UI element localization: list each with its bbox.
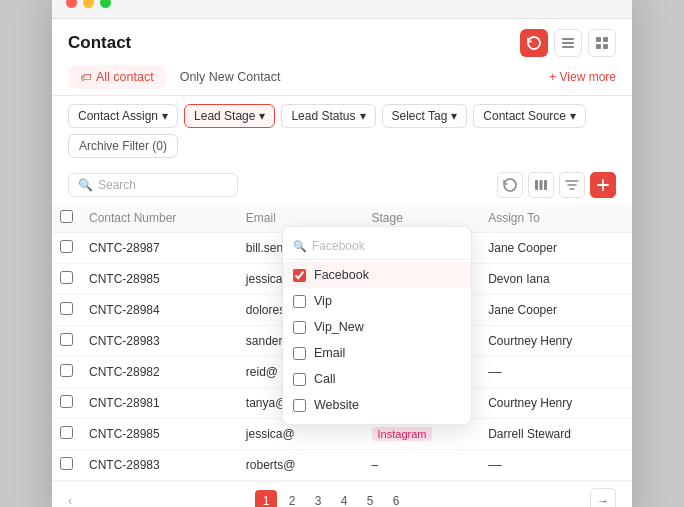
contact-assign: Darrell Steward [480, 419, 632, 450]
refresh-button[interactable] [520, 29, 548, 57]
dropdown-label: Facebook [314, 268, 369, 282]
svg-rect-8 [540, 180, 543, 190]
tabs-bar: 🏷 All contact Only New Contact + View mo… [52, 65, 632, 96]
row-checkbox[interactable] [60, 333, 73, 346]
pagination-bar: ‹ 1 2 3 4 5 6 → [52, 481, 632, 507]
close-dot[interactable] [66, 0, 77, 8]
row-checkbox[interactable] [60, 426, 73, 439]
contact-assign: –– [480, 450, 632, 481]
table-row: CNTC-28983 roberts@ – –– [52, 450, 632, 481]
select-tag-filter[interactable]: Select Tag ▾ [382, 104, 468, 128]
chevron-down-icon: ▾ [162, 109, 168, 123]
row-checkbox[interactable] [60, 457, 73, 470]
dropdown-search-box[interactable]: 🔍 Facebook [283, 233, 471, 260]
dropdown-item-website[interactable]: Website [283, 392, 471, 418]
dropdown-item-call[interactable]: Call [283, 366, 471, 392]
dropdown-checkbox-call[interactable] [293, 373, 306, 386]
svg-rect-3 [596, 37, 601, 42]
filter-icon-button[interactable] [559, 172, 585, 198]
row-checkbox[interactable] [60, 240, 73, 253]
row-checkbox[interactable] [60, 395, 73, 408]
table-area: 🔍 Search [52, 166, 632, 481]
main-window: Contact [52, 0, 632, 507]
chevron-down-icon: ▾ [570, 109, 576, 123]
page-5[interactable]: 5 [359, 490, 381, 507]
contact-assign: –– [480, 357, 632, 388]
contact-number: CNTC-28985 [81, 264, 238, 295]
contact-assign: Courtney Henry [480, 326, 632, 357]
row-checkbox[interactable] [60, 271, 73, 284]
table-actions [497, 172, 616, 198]
dropdown-search-placeholder: Facebook [312, 239, 365, 253]
contact-number: CNTC-28981 [81, 388, 238, 419]
row-checkbox[interactable] [60, 364, 73, 377]
contact-stage: – [364, 450, 481, 481]
dropdown-item-facebook-checked[interactable]: Facebook [283, 262, 471, 288]
contact-number: CNTC-28983 [81, 450, 238, 481]
tab-all-contact[interactable]: 🏷 All contact [68, 65, 166, 89]
tab-new-contact[interactable]: Only New Contact [168, 65, 293, 89]
select-all-header [52, 204, 81, 233]
titlebar [52, 0, 632, 19]
minimize-dot[interactable] [83, 0, 94, 8]
search-box[interactable]: 🔍 Search [68, 173, 238, 197]
svg-rect-5 [596, 44, 601, 49]
lead-stage-filter[interactable]: Lead Stage ▾ [184, 104, 275, 128]
contact-assign-filter[interactable]: Contact Assign ▾ [68, 104, 178, 128]
grid-view-button[interactable] [588, 29, 616, 57]
maximize-dot[interactable] [100, 0, 111, 8]
contact-source-filter[interactable]: Contact Source ▾ [473, 104, 586, 128]
svg-rect-1 [562, 42, 574, 44]
svg-rect-7 [535, 180, 538, 190]
contact-assign: Jane Cooper [480, 233, 632, 264]
dropdown-label: Website [314, 398, 359, 412]
page-title: Contact [68, 33, 131, 53]
dropdown-checkbox-website[interactable] [293, 399, 306, 412]
page-2[interactable]: 2 [281, 490, 303, 507]
add-contact-button[interactable] [590, 172, 616, 198]
svg-rect-0 [562, 38, 574, 40]
dropdown-checkbox-vip-new[interactable] [293, 321, 306, 334]
dropdown-checkbox-facebook[interactable] [293, 269, 306, 282]
dropdown-checkbox-vip[interactable] [293, 295, 306, 308]
contact-number: CNTC-28985 [81, 419, 238, 450]
chevron-down-icon: ▾ [259, 109, 265, 123]
filter-buttons: Contact Assign ▾ Lead Stage ▾ Lead Statu… [68, 104, 586, 128]
search-placeholder: Search [98, 178, 136, 192]
dropdown-checkbox-email[interactable] [293, 347, 306, 360]
page-4[interactable]: 4 [333, 490, 355, 507]
svg-rect-9 [544, 180, 547, 190]
next-page-button[interactable]: → [590, 488, 616, 507]
contact-assign: Courtney Henry [480, 388, 632, 419]
dropdown-label: Vip_New [314, 320, 364, 334]
row-checkbox[interactable] [60, 302, 73, 315]
page-3[interactable]: 3 [307, 490, 329, 507]
columns-icon-button[interactable] [528, 172, 554, 198]
select-all-checkbox[interactable] [60, 210, 73, 223]
chevron-down-icon: ▾ [451, 109, 457, 123]
page-header: Contact [52, 19, 632, 65]
page-numbers: 1 2 3 4 5 6 [255, 490, 407, 507]
contact-assign: Jane Cooper [480, 295, 632, 326]
dropdown-label: Call [314, 372, 336, 386]
contact-number: CNTC-28983 [81, 326, 238, 357]
lead-stage-dropdown: 🔍 Facebook Facebook Vip Vip_New Email [282, 226, 472, 425]
archive-filter-button[interactable]: Archive Filter (0) [68, 134, 178, 158]
list-view-button[interactable] [554, 29, 582, 57]
dropdown-item-email[interactable]: Email [283, 340, 471, 366]
dropdown-item-vip-new[interactable]: Vip_New [283, 314, 471, 340]
svg-rect-6 [603, 44, 608, 49]
tabs-list: 🏷 All contact Only New Contact [68, 65, 292, 89]
prev-arrow[interactable]: ‹ [68, 494, 72, 507]
dropdown-item-vip[interactable]: Vip [283, 288, 471, 314]
col-contact-number: Contact Number [81, 204, 238, 233]
contact-number: CNTC-28982 [81, 357, 238, 388]
page-6[interactable]: 6 [385, 490, 407, 507]
view-more-link[interactable]: + View more [549, 70, 616, 84]
lead-status-filter[interactable]: Lead Status ▾ [281, 104, 375, 128]
tag-icon: 🏷 [80, 71, 91, 83]
sync-icon-button[interactable] [497, 172, 523, 198]
page-1[interactable]: 1 [255, 490, 277, 507]
next-arrow-icon: → [597, 494, 609, 507]
header-actions [520, 29, 616, 57]
